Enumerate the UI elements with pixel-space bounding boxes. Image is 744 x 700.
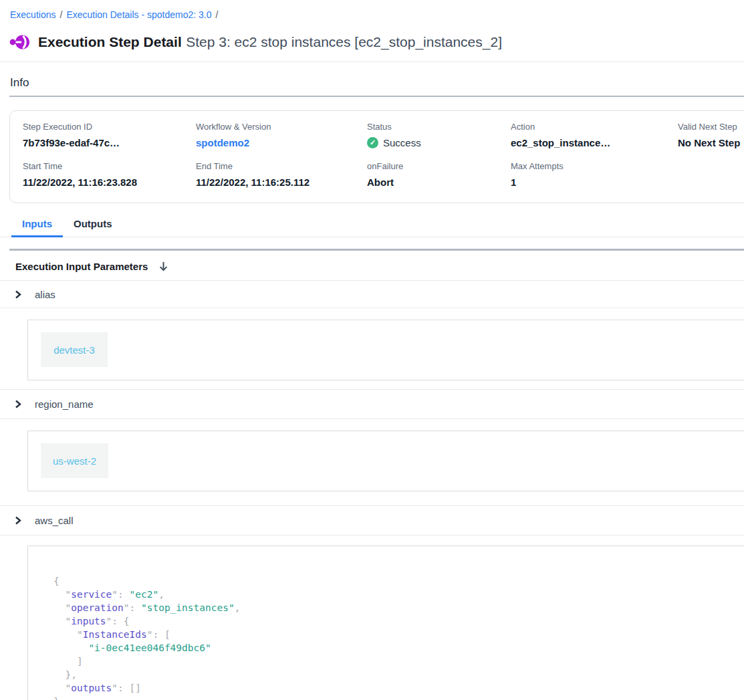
field-label: Max Attempts <box>511 161 678 171</box>
field-label: Status <box>367 122 511 132</box>
app-logo-icon <box>9 33 29 51</box>
param-name: region_name <box>35 398 94 410</box>
page-title: Execution Step Detail <box>38 34 182 49</box>
field-value: 11/22/2022, 11:16:23.828 <box>23 177 196 188</box>
param-value-chip: devtest-3 <box>41 332 108 367</box>
field-start-time: Start Time 11/22/2022, 11:16:23.828 <box>23 161 196 188</box>
field-value: ec2_stop_instance… <box>511 137 678 148</box>
arrow-down-icon[interactable] <box>158 261 169 272</box>
page-subtitle: Step 3: ec2 stop instances [ec2_stop_ins… <box>186 34 502 49</box>
field-value: 11/22/2022, 11:16:25.112 <box>196 177 367 188</box>
field-label: Workflow & Version <box>196 122 367 132</box>
info-heading: Info <box>10 76 744 90</box>
field-end-time: End Time 11/22/2022, 11:16:25.112 <box>196 161 367 188</box>
breadcrumb-link-executions[interactable]: Executions <box>10 9 55 20</box>
field-step-execution-id: Step Execution ID 7b73f93e-edaf-47c… <box>23 122 196 148</box>
field-value: 7b73f93e-edaf-47c… <box>23 137 196 148</box>
param-body-alias: devtest-3 <box>27 320 744 380</box>
field-value: 1 <box>511 177 678 188</box>
info-card: Step Execution ID 7b73f93e-edaf-47c… Wor… <box>9 110 744 203</box>
field-label: Action <box>511 122 678 132</box>
params-header-label: Execution Input Parameters <box>15 261 148 272</box>
tab-inputs[interactable]: Inputs <box>11 218 63 237</box>
breadcrumb: Executions/Execution Details - spotdemo2… <box>10 9 744 20</box>
tab-section-divider <box>9 249 744 251</box>
success-check-icon: ✓ <box>367 137 378 148</box>
chevron-right-icon <box>14 290 22 299</box>
breadcrumb-link-execution-details[interactable]: Execution Details - spotdemo2: 3.0 <box>66 9 211 20</box>
tab-outputs[interactable]: Outputs <box>63 218 123 237</box>
chevron-right-icon <box>14 400 22 409</box>
status-text: Success <box>383 137 421 148</box>
tab-bar: Inputs Outputs <box>0 218 744 237</box>
param-section-aws-call[interactable]: aws_call <box>0 505 744 536</box>
field-value: No Next Step <box>678 137 744 148</box>
param-section-region-name[interactable]: region_name <box>0 389 744 419</box>
param-body-region-name: us-west-2 <box>27 431 744 491</box>
param-body-aws-call: { "service": "ec2", "operation": "stop_i… <box>27 546 744 700</box>
breadcrumb-separator: / <box>216 9 219 20</box>
field-label: Start Time <box>23 161 196 171</box>
field-action: Action ec2_stop_instance… <box>511 122 678 148</box>
field-value: Abort <box>367 177 511 188</box>
param-value-chip: us-west-2 <box>41 443 108 478</box>
field-label: onFailure <box>367 161 511 171</box>
field-label: Valid Next Step <box>678 122 744 132</box>
workflow-link[interactable]: spotdemo2 <box>196 137 367 148</box>
field-workflow-version: Workflow & Version spotdemo2 <box>196 122 367 148</box>
param-name: alias <box>35 289 55 300</box>
breadcrumb-separator: / <box>59 9 62 20</box>
status-badge: ✓ Success <box>367 137 511 148</box>
field-label: Step Execution ID <box>23 122 196 132</box>
field-max-attempts: Max Attempts 1 <box>511 161 678 188</box>
param-section-alias[interactable]: alias <box>0 281 744 308</box>
field-onfailure: onFailure Abort <box>367 161 511 188</box>
page-header: Execution Step Detail Step 3: ec2 stop i… <box>9 33 744 51</box>
params-header: Execution Input Parameters <box>15 261 744 272</box>
chevron-right-icon <box>14 516 22 525</box>
field-valid-next-step: Valid Next Step No Next Step <box>678 122 744 148</box>
info-heading-divider <box>9 96 744 97</box>
title-divider <box>0 62 744 62</box>
param-name: aws_call <box>35 515 74 526</box>
field-label: End Time <box>196 161 367 171</box>
field-status: Status ✓ Success <box>367 122 511 148</box>
json-code-block: { "service": "ec2", "operation": "stop_i… <box>53 574 744 700</box>
